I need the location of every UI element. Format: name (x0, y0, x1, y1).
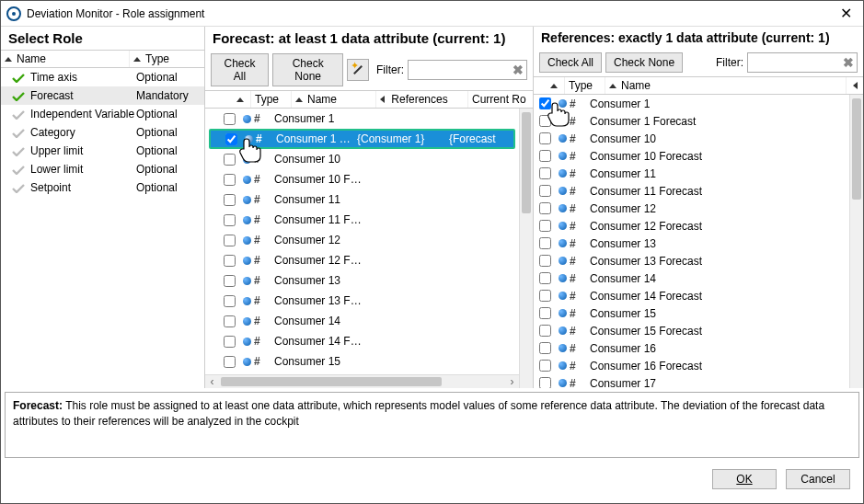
row-checkbox[interactable] (539, 150, 551, 162)
forecast-header-check[interactable] (205, 91, 251, 108)
row-checkbox[interactable] (539, 272, 551, 284)
forecast-vscroll[interactable] (519, 109, 533, 388)
table-row[interactable]: #Consumer 17 (534, 374, 849, 388)
row-checkbox[interactable] (539, 360, 551, 372)
row-checkbox[interactable] (539, 132, 551, 144)
table-row[interactable]: #Consumer 12 (205, 230, 519, 250)
table-row[interactable]: #Consumer 1 (534, 95, 849, 112)
table-row[interactable]: #Consumer 15 (205, 351, 519, 372)
row-checkbox[interactable] (539, 377, 551, 388)
table-row[interactable]: #Consumer 14 (534, 269, 849, 287)
row-checkbox[interactable] (224, 255, 236, 267)
row-checkbox[interactable] (539, 202, 551, 214)
role-name: Independent Variable (30, 108, 136, 120)
row-checkbox[interactable] (224, 154, 236, 166)
table-row[interactable]: #Consumer 12 (534, 200, 849, 217)
row-checkbox[interactable] (539, 342, 551, 354)
row-checkbox[interactable] (539, 167, 551, 179)
role-row[interactable]: Lower limitOptional (1, 160, 204, 178)
table-row[interactable]: #Consumer 14 (205, 311, 519, 331)
row-checkbox[interactable] (225, 133, 237, 145)
row-checkbox[interactable] (539, 255, 551, 267)
role-row[interactable]: CategoryOptional (1, 123, 204, 142)
table-row[interactable]: #Consumer 11 (534, 165, 849, 182)
forecast-header-name[interactable]: Name (292, 91, 376, 108)
role-row[interactable]: ForecastMandatory (1, 86, 204, 105)
table-row[interactable]: #Consumer 14 Forecast (205, 331, 519, 351)
numeric-icon: # (243, 112, 269, 125)
table-row[interactable]: #Consumer 12 Forecast (534, 217, 849, 235)
forecast-header-refs[interactable]: References (376, 91, 468, 108)
role-row[interactable]: SetpointOptional (1, 178, 204, 197)
row-checkbox[interactable] (224, 194, 236, 206)
table-row[interactable]: #Consumer 13 (205, 270, 519, 291)
role-row[interactable]: Upper limitOptional (1, 142, 204, 160)
clear-filter-icon[interactable]: ✖ (843, 55, 854, 70)
table-row[interactable]: #Consumer 15 Forecast (534, 322, 849, 339)
check-all-button[interactable]: Check All (539, 52, 602, 73)
check-none-button[interactable]: Check None (272, 53, 343, 86)
table-row[interactable]: #Consumer 12 Forecast (205, 250, 519, 270)
forecast-header-type[interactable]: Type (251, 91, 292, 108)
references-header-type[interactable]: Type (565, 77, 605, 94)
table-row[interactable]: #Consumer 11 Forecast (534, 182, 849, 200)
row-checkbox[interactable] (539, 115, 551, 127)
references-header-end[interactable] (847, 77, 863, 94)
ok-button[interactable]: OK (712, 469, 777, 489)
row-checkbox[interactable] (224, 275, 236, 287)
references-header-name[interactable]: Name (605, 77, 847, 94)
role-row[interactable]: Time axisOptional (1, 68, 204, 86)
check-all-button[interactable]: Check All (211, 53, 269, 86)
row-checkbox[interactable] (224, 295, 236, 307)
table-row[interactable]: #Consumer 16 Forecast (534, 357, 849, 374)
close-icon[interactable]: ✕ (835, 5, 858, 22)
check-none-button[interactable]: Check None (605, 52, 683, 73)
row-checkbox[interactable] (224, 356, 236, 368)
clear-filter-icon[interactable]: ✖ (513, 63, 524, 77)
row-checkbox[interactable] (224, 235, 236, 246)
references-header-check[interactable] (534, 77, 565, 94)
row-checkbox[interactable] (539, 97, 551, 109)
row-refs: {Consumer 1} (357, 132, 449, 145)
row-checkbox[interactable] (539, 307, 551, 319)
table-row[interactable]: #Consumer 10 Forecast (534, 147, 849, 165)
row-checkbox[interactable] (539, 325, 551, 337)
role-name: Setpoint (30, 181, 136, 194)
role-type: Optional (136, 108, 201, 120)
table-row[interactable]: #Consumer 1 (205, 109, 519, 129)
forecast-header-cur[interactable]: Current Ro (468, 91, 533, 108)
row-checkbox[interactable] (224, 174, 236, 186)
table-row[interactable]: #Consumer 13 Forecast (534, 252, 849, 269)
row-checkbox[interactable] (224, 336, 236, 348)
references-vscroll[interactable] (849, 95, 863, 388)
row-checkbox[interactable] (224, 315, 236, 327)
role-row[interactable]: Independent VariableOptional (1, 105, 204, 123)
auto-assign-button[interactable] (347, 59, 369, 81)
row-checkbox[interactable] (539, 185, 551, 197)
table-row[interactable]: #Consumer 10 (205, 149, 519, 169)
forecast-filter-input[interactable] (408, 60, 527, 80)
table-row[interactable]: #Consumer 10 Forecast (205, 169, 519, 189)
table-row[interactable]: #Consumer 13 Forecast (205, 291, 519, 311)
row-checkbox[interactable] (539, 290, 551, 302)
row-checkbox[interactable] (224, 113, 236, 125)
references-filter-input[interactable] (747, 52, 858, 73)
role-header-name[interactable]: Name (1, 51, 130, 67)
table-row[interactable]: #Consumer 11 (205, 189, 519, 210)
table-row[interactable]: #Consumer 1 Forecast (534, 112, 849, 130)
role-header-type[interactable]: Type (130, 51, 204, 67)
table-row[interactable]: #Consumer 1 Forecast{Consumer 1}{Forecas… (209, 129, 515, 149)
numeric-icon: # (559, 202, 584, 215)
table-row[interactable]: #Consumer 14 Forecast (534, 287, 849, 304)
row-checkbox[interactable] (224, 214, 236, 226)
table-row[interactable]: #Consumer 16 (534, 339, 849, 357)
table-row[interactable]: #Consumer 15 (534, 304, 849, 322)
cancel-button[interactable]: Cancel (786, 469, 850, 489)
row-checkbox[interactable] (539, 237, 551, 249)
filter-label: Filter: (716, 56, 743, 69)
forecast-hscroll[interactable]: ‹› (205, 374, 519, 388)
table-row[interactable]: #Consumer 11 Forecast (205, 210, 519, 230)
table-row[interactable]: #Consumer 10 (534, 130, 849, 147)
row-checkbox[interactable] (539, 220, 551, 232)
table-row[interactable]: #Consumer 13 (534, 235, 849, 252)
